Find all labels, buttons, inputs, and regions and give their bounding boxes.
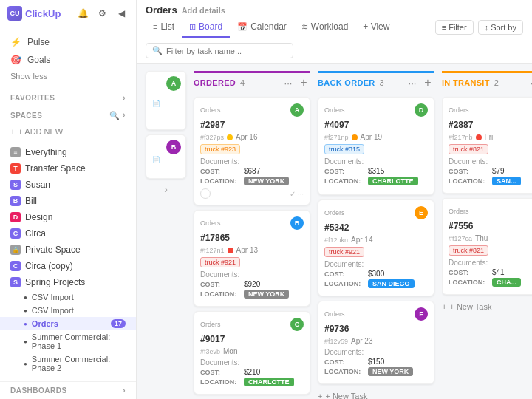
location-row: LOCATION: CHARLOTTE	[324, 177, 428, 185]
sort-button[interactable]: ↕ Sort by	[478, 20, 523, 35]
location-label: LOCATION:	[324, 177, 365, 185]
sidebar-item-csv-import-1[interactable]: ● CSV Import	[0, 290, 136, 304]
column-more-icon[interactable]: ···	[528, 76, 532, 89]
calendar-icon: 📅	[237, 22, 248, 32]
sidebar-item-circa-copy[interactable]: C Circa (copy)	[0, 258, 136, 274]
card-hash: #f217nb	[449, 134, 473, 141]
card-7556[interactable]: Orders H #7556 #f127ca Thu truck #821 Do…	[442, 198, 532, 295]
dashboards-expand-icon[interactable]: ›	[123, 386, 126, 395]
card-header: Orders E	[324, 206, 428, 219]
column-backorder-header: BACK ORDER 3 ··· +	[318, 71, 434, 91]
card-9736[interactable]: Orders F #9736 #f12v59 Apr 23 Documents:…	[318, 301, 434, 384]
sidebar-item-summer-phase-1[interactable]: ● Summer Commercial: Phase 1	[0, 330, 136, 352]
card-doc-icon: 📄	[152, 100, 180, 107]
card-2887[interactable]: Orders G #2887 #f217nb Fri truck #821 Do…	[442, 97, 532, 194]
cost-row: COST: $315	[324, 167, 428, 175]
tab-board[interactable]: ⊞ Board	[182, 17, 230, 38]
card-parent-label: Orders	[324, 209, 345, 216]
cost-value: $687	[244, 167, 260, 175]
sidebar-item-summer-phase-2[interactable]: ● Summer Commercial: Phase 2	[0, 352, 136, 375]
cost-value: $920	[244, 280, 260, 288]
card-parent-label: Orders	[200, 321, 221, 328]
column-add-icon[interactable]: +	[421, 76, 434, 89]
cost-row: COST: $210	[200, 368, 304, 376]
card-4097[interactable]: Orders D #4097 #f271np Apr 19 truck #315…	[318, 97, 434, 195]
checkbox[interactable]	[200, 188, 211, 199]
cost-label: COST:	[200, 281, 241, 288]
card-5342[interactable]: Orders E #5342 #f12ukn Apr 14 truck #921…	[318, 200, 434, 296]
cost-value: $41	[492, 268, 505, 276]
collapse-icon[interactable]: ◀	[114, 6, 129, 21]
logo-icon: CU	[7, 6, 22, 21]
settings-icon[interactable]: ⚙	[95, 6, 109, 21]
sidebar-item-pulse[interactable]: ⚡ Pulse	[0, 33, 136, 51]
spaces-expand-icon[interactable]: ›	[123, 111, 126, 120]
column-intransit-count: 2	[494, 78, 499, 87]
new-task-intransit[interactable]: + + New Task	[442, 299, 532, 314]
avatar: A	[166, 76, 181, 91]
add-icon: +	[10, 127, 15, 136]
location-tag: NEW YORK	[244, 290, 289, 299]
location-tag: CHARLOTTE	[368, 177, 418, 185]
filter-button[interactable]: ≡ Filter	[435, 20, 474, 35]
card-footer: ✓ ···	[200, 188, 304, 199]
priority-dot	[228, 248, 233, 253]
location-row: LOCATION: NEW YORK	[200, 290, 304, 299]
new-task-backorder[interactable]: + + New Task	[318, 389, 434, 399]
workload-icon: ≋	[301, 22, 308, 32]
avatar: C	[290, 318, 304, 331]
search-box[interactable]: 🔍	[146, 43, 293, 58]
card-date: Fri	[485, 133, 494, 141]
breadcrumb: Orders Add details	[146, 4, 225, 16]
sidebar-item-design[interactable]: D Design	[0, 209, 136, 225]
sidebar-item-spring-projects[interactable]: S Spring Projects	[0, 274, 136, 290]
sidebar-header: CU ClickUp 🔔 ⚙ ◀	[0, 0, 136, 27]
notification-icon[interactable]: 🔔	[75, 6, 90, 21]
search-input[interactable]	[166, 47, 287, 55]
checkmark-icon[interactable]: ✓	[290, 190, 296, 198]
column-more-icon[interactable]: ···	[406, 76, 419, 89]
card-partial-1[interactable]: A 📄	[146, 71, 186, 130]
scroll-right-icon[interactable]: ›	[146, 183, 186, 195]
sidebar-item-everything[interactable]: ≡ Everything	[0, 144, 136, 160]
sidebar-item-circa[interactable]: C Circa	[0, 225, 136, 242]
card-2987[interactable]: Orders A #2987 #f327ps Apr 16 truck #923…	[194, 97, 310, 205]
show-less-btn[interactable]: Show less	[0, 69, 136, 83]
sidebar-item-susan[interactable]: S Susan	[0, 177, 136, 193]
location-label: LOCATION:	[324, 280, 365, 287]
favorites-expand-icon[interactable]: ›	[123, 94, 126, 102]
card-partial-2[interactable]: B 📄	[146, 134, 186, 179]
spaces-search-icon[interactable]: 🔍	[109, 111, 120, 120]
card-date: Apr 23	[351, 337, 372, 345]
column-more-icon[interactable]: ···	[282, 76, 295, 89]
sidebar-item-orders[interactable]: ● Orders 17	[0, 317, 136, 330]
tab-list[interactable]: ≡ List	[146, 17, 182, 38]
bullet-icon: ●	[24, 338, 27, 345]
card-17865[interactable]: Orders B #17865 #f127n1 Apr 13 truck #92…	[194, 210, 310, 307]
more-icon[interactable]: ···	[298, 190, 304, 198]
bill-icon: B	[10, 196, 21, 206]
column-intransit: IN TRANSIT 2 ··· + Orders G #2887 #f2	[442, 71, 532, 314]
card-meta: #f271np Apr 19	[324, 133, 428, 141]
card-id: #9736	[324, 324, 428, 334]
sidebar-item-bill[interactable]: B Bill	[0, 193, 136, 209]
sidebar-item-goals[interactable]: 🎯 Goals	[0, 51, 136, 69]
tab-workload[interactable]: ≋ Workload	[294, 17, 355, 38]
sidebar-item-csv-import-2[interactable]: ● CSV Import	[0, 304, 136, 317]
add-icon: +	[442, 302, 446, 311]
card-tag: truck #315	[324, 144, 364, 154]
card-hash: #f127ca	[449, 235, 472, 242]
column-backorder-title: BACK ORDER	[318, 78, 375, 87]
column-add-icon[interactable]: +	[297, 76, 310, 89]
sidebar-item-private-space[interactable]: 🔒 Private Space	[0, 242, 136, 258]
cost-row: COST: $920	[200, 280, 304, 288]
card-tag: truck #821	[449, 144, 488, 154]
add-new-button[interactable]: + + ADD NEW	[0, 125, 136, 138]
tab-calendar[interactable]: 📅 Calendar	[230, 17, 294, 38]
sidebar-item-transfer-space[interactable]: T Transfer Space	[0, 160, 136, 177]
priority-dot	[227, 134, 233, 140]
cost-label: COST:	[449, 269, 489, 276]
card-9017[interactable]: Orders C #9017 #f3evb Mon Documents: COS…	[194, 311, 310, 395]
header-top: Orders Add details	[146, 0, 523, 17]
tab-add-view[interactable]: + View	[355, 17, 397, 38]
